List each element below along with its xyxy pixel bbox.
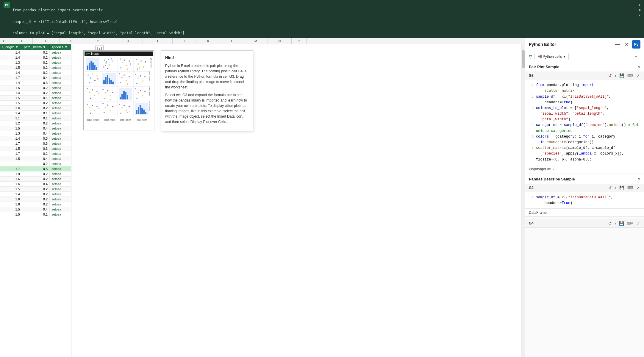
table-row[interactable]: 1.40.2setosa [0, 55, 71, 60]
table-row[interactable]: 1.60.4setosa [0, 182, 71, 187]
svg-rect-16 [96, 67, 97, 70]
save-button-g2[interactable]: 💾 [619, 185, 625, 191]
table-row[interactable]: 1.50.4setosa [0, 126, 71, 131]
cell-ref-g4: G4 [529, 221, 538, 225]
table-row[interactable]: 1.40.3setosa [0, 80, 71, 85]
table-row[interactable]: 1.50.1setosa [0, 212, 71, 217]
table-cell: setosa [50, 91, 71, 96]
code-line-3c: "petal_width"] [529, 117, 640, 122]
table-cell: 0.2 [22, 192, 49, 197]
table-row[interactable]: 1.90.2setosa [0, 172, 71, 177]
formula-text: from pandas.plotting import scatter_matr… [12, 2, 185, 36]
py-badge: PY [4, 2, 10, 8]
table-row[interactable]: 1.40.2setosa [0, 50, 71, 55]
table-cell: 0.2 [22, 151, 49, 156]
table-cell: setosa [50, 207, 71, 212]
more-options-button[interactable]: ··· [633, 53, 640, 60]
svg-point-84 [92, 89, 93, 91]
line-num-g2-1: 1 [529, 195, 534, 200]
table-row[interactable]: 1.40.2setosa [0, 70, 71, 75]
svg-point-110 [105, 107, 106, 108]
table-row[interactable]: 1.70.2setosa [0, 151, 71, 156]
table-row[interactable]: 1.50.2setosa [0, 101, 71, 106]
undo-button-g3[interactable]: ↺ [608, 73, 612, 79]
line-num-1b [529, 88, 534, 94]
table-row[interactable]: 1.50.2setosa [0, 85, 71, 91]
svg-point-59 [137, 68, 138, 70]
table-cell: 0.3 [22, 146, 49, 151]
chevron-button-g2[interactable]: › [614, 185, 617, 191]
chevron-button-g3[interactable]: › [614, 73, 617, 79]
data-table[interactable]: l_length ▼ petal_width ▼ species ▼ 1.40.… [0, 44, 71, 357]
run-button-g2[interactable]: ⌨ [627, 185, 634, 191]
expand-button-g2[interactable]: ⤢ [636, 185, 640, 191]
table-row[interactable]: 10.2setosa [0, 161, 71, 166]
scroll-mid-icon[interactable]: ■ [639, 8, 640, 13]
table-row[interactable]: 1.10.1setosa [0, 116, 71, 121]
table-row[interactable]: 1.70.4setosa [0, 75, 71, 80]
table-cell: 0.4 [22, 126, 49, 131]
table-row[interactable]: 1.20.2setosa [0, 121, 71, 126]
svg-point-65 [94, 80, 96, 81]
table-row[interactable]: 1.50.2setosa [0, 65, 71, 70]
image-cell[interactable]: PY Image [83, 50, 154, 130]
table-row[interactable]: 1.70.5setosa [0, 166, 71, 172]
run-button-g4-23[interactable]: ⌨²³ [626, 221, 634, 226]
table-row[interactable]: 1.50.4setosa [0, 207, 71, 212]
scroll-up-icon[interactable]: ▲ [639, 2, 640, 7]
svg-point-43 [111, 58, 112, 60]
formula-scrollbar[interactable]: ▲ ■ ▼ [639, 2, 640, 18]
undo-button-g4[interactable]: ↺ [608, 220, 612, 226]
dataframe-output[interactable]: DataFrame › [525, 208, 644, 216]
expand-button-g4[interactable]: ⤢ [636, 220, 640, 226]
hint-title: Hint! [165, 55, 248, 61]
table-cell: 1.7 [0, 151, 22, 156]
scroll-down-icon[interactable]: ▼ [639, 13, 640, 18]
table-row[interactable]: 1.60.2setosa [0, 106, 71, 111]
undo-button-g2[interactable]: ↺ [608, 185, 612, 191]
table-cell: setosa [50, 187, 71, 192]
cell-ref-g2: G2 [529, 186, 538, 190]
chevron-button-g4[interactable]: › [614, 220, 617, 226]
line-num-6: 6 [529, 145, 534, 151]
run-button-g3[interactable]: ⌨ [627, 73, 634, 79]
table-row[interactable]: 1.60.2setosa [0, 177, 71, 182]
scrollbar-thumb[interactable] [522, 50, 525, 68]
table-row[interactable]: 1.70.3setosa [0, 141, 71, 146]
svg-point-78 [140, 75, 141, 77]
svg-point-92 [110, 95, 111, 96]
table-row[interactable]: 1.50.4setosa [0, 156, 71, 161]
table-row[interactable]: 1.40.1setosa [0, 111, 71, 116]
table-row[interactable]: 1.50.2setosa [0, 187, 71, 192]
expand-button-g3[interactable]: ⤢ [636, 73, 640, 79]
table-cell: setosa [50, 75, 71, 80]
table-cell: 0.2 [22, 91, 49, 96]
table-cell: 1.6 [0, 197, 22, 202]
code-line-4: 4 categories = sample_df["species"].uniq… [529, 122, 640, 134]
png-image-file-output[interactable]: PngImageFile › [525, 165, 644, 173]
table-row[interactable]: 1.30.2setosa [0, 60, 71, 65]
table-row[interactable]: 1.40.2setosa [0, 91, 71, 96]
svg-rect-35 [143, 110, 145, 114]
table-row[interactable]: 1.60.2setosa [0, 197, 71, 202]
save-button-g4[interactable]: 💾 [618, 220, 625, 226]
table-row[interactable]: 1.50.3setosa [0, 146, 71, 151]
table-row[interactable]: 1.50.1setosa [0, 96, 71, 101]
editor-title: Python Editor [529, 42, 612, 47]
svg-point-121 [127, 112, 128, 113]
close-button[interactable]: ✕ [623, 41, 630, 48]
table-cell: setosa [50, 136, 71, 141]
table-row[interactable]: 1.40.3setosa [0, 136, 71, 141]
table-row[interactable]: 1.60.2setosa [0, 202, 71, 207]
save-button-g3[interactable]: 💾 [619, 73, 625, 79]
grid-scrollbar[interactable] [521, 44, 525, 357]
minimize-button[interactable]: — [614, 41, 621, 48]
table-cell: setosa [50, 166, 71, 172]
hint-paragraph-2: Select cell G3 and expand the formula ba… [165, 92, 248, 124]
table-cell: 0.2 [22, 187, 49, 192]
table-row[interactable]: 1.30.4setosa [0, 131, 71, 136]
filter-all-python-cells[interactable]: All Python cells ▾ [534, 53, 569, 60]
pandas-describe-section-header[interactable]: Pandas Describe Sample ∨ [525, 174, 644, 184]
pair-plot-section-header[interactable]: Pair Plot Sample ∨ [525, 62, 644, 71]
table-row[interactable]: 1.40.2setosa [0, 192, 71, 197]
